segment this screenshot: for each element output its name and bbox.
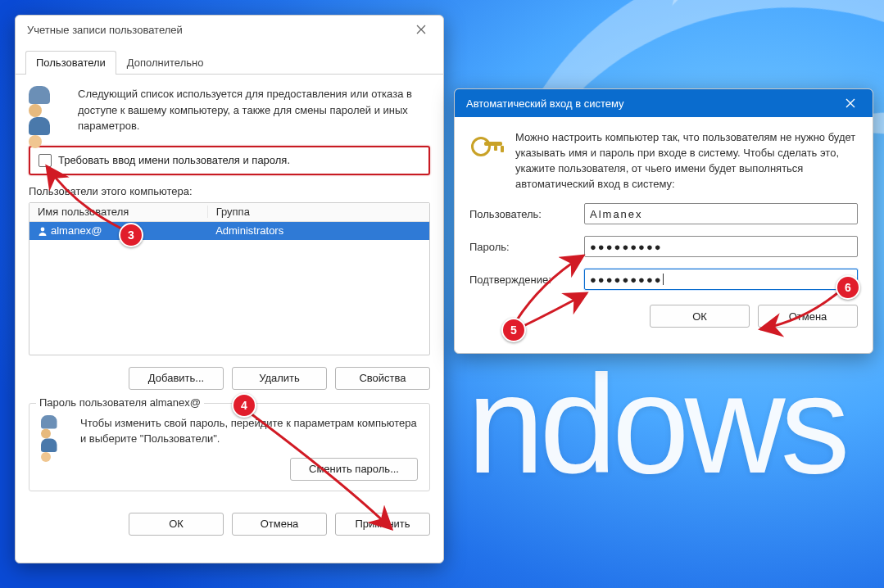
- password-group-legend: Пароль пользователя almanex@: [36, 396, 204, 409]
- dialog2-title: Автоматический вход в систему: [466, 97, 624, 110]
- svg-point-0: [41, 227, 45, 231]
- tab-advanced[interactable]: Дополнительно: [116, 51, 215, 75]
- col-group[interactable]: Группа: [208, 206, 429, 218]
- close-icon: [845, 98, 855, 108]
- col-user[interactable]: Имя пользователя: [29, 206, 208, 218]
- require-login-highlight: Требовать ввод имени пользователя и паро…: [29, 146, 430, 175]
- windows-watermark: ndows 1: [467, 344, 884, 504]
- dialog1-title: Учетные записи пользователей: [27, 24, 183, 36]
- change-password-button[interactable]: Сменить пароль...: [290, 458, 418, 481]
- remove-button[interactable]: Удалить: [232, 367, 327, 390]
- password-groupbox: Пароль пользователя almanex@ Чтобы измен…: [29, 403, 430, 491]
- table-cell-user: almanex@: [51, 224, 102, 237]
- dialog1-footer: ОК Отмена Применить: [16, 501, 443, 549]
- dialog2-ok-button[interactable]: ОК: [650, 305, 750, 328]
- password-field[interactable]: ●●●●●●●●●: [584, 236, 858, 257]
- apply-button[interactable]: Применить: [335, 513, 430, 536]
- users-table[interactable]: Имя пользователя Группа almanex@ Adminis…: [29, 202, 430, 355]
- auto-logon-dialog: Автоматический вход в систему Можно наст…: [454, 88, 873, 354]
- dialog1-titlebar: Учетные записи пользователей: [16, 16, 443, 43]
- annotation-badge-4: 4: [232, 393, 256, 418]
- properties-button[interactable]: Свойства: [335, 367, 430, 390]
- confirm-field[interactable]: ●●●●●●●●●: [584, 269, 858, 290]
- user-field[interactable]: Almanex: [584, 203, 858, 224]
- require-login-label: Требовать ввод имени пользователя и паро…: [58, 154, 290, 166]
- annotation-badge-6: 6: [836, 275, 860, 300]
- users-icon: [29, 86, 68, 120]
- annotation-badge-5: 5: [501, 318, 526, 342]
- close-icon: [416, 25, 426, 34]
- users-list-label: Пользователи этого компьютера:: [29, 185, 430, 197]
- users-icon-small: [41, 415, 70, 450]
- key-icon: [469, 130, 505, 163]
- add-button[interactable]: Добавить...: [129, 367, 224, 390]
- ok-button[interactable]: ОК: [129, 513, 224, 536]
- table-header: Имя пользователя Группа: [29, 203, 429, 222]
- close-button[interactable]: [406, 18, 437, 41]
- confirm-label: Подтверждение:: [469, 274, 584, 286]
- tab-strip: Пользователи Дополнительно: [16, 43, 443, 75]
- table-row[interactable]: almanex@ Administrators: [29, 222, 429, 240]
- user-label: Пользователь:: [469, 208, 584, 220]
- dialog2-cancel-button[interactable]: Отмена: [758, 305, 858, 328]
- password-hint: Чтобы изменить свой пароль, перейдите к …: [80, 415, 418, 447]
- table-cell-group: Administrators: [207, 224, 429, 237]
- user-accounts-dialog: Учетные записи пользователей Пользовател…: [15, 15, 444, 563]
- require-login-checkbox[interactable]: [39, 154, 52, 167]
- dialog2-close-button[interactable]: [835, 92, 866, 115]
- dialog1-intro: Следующий список используется для предос…: [78, 86, 430, 134]
- cancel-button[interactable]: Отмена: [232, 513, 327, 536]
- annotation-badge-3: 3: [119, 223, 143, 247]
- password-label: Пароль:: [469, 241, 584, 253]
- dialog2-titlebar: Автоматический вход в систему: [455, 89, 873, 117]
- tab-users[interactable]: Пользователи: [25, 51, 116, 75]
- user-icon: [38, 226, 48, 236]
- dialog2-intro: Можно настроить компьютер так, что польз…: [515, 130, 858, 192]
